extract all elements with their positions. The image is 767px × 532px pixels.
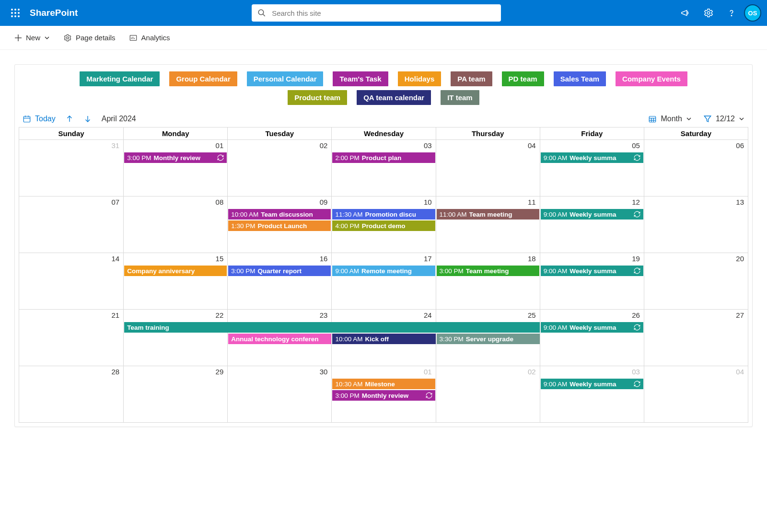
- calendar-event[interactable]: 9:00 AMWeekly summa: [541, 152, 643, 163]
- event-time: 3:00 PM: [231, 267, 255, 275]
- filter-selector[interactable]: 12/12: [703, 115, 744, 123]
- calendar-cell[interactable]: 20: [644, 253, 748, 309]
- calendar-cell[interactable]: 02: [227, 140, 331, 196]
- calendar-cell[interactable]: 29: [123, 366, 227, 422]
- calendar-cell[interactable]: 179:00 AMRemote meeting: [331, 253, 435, 309]
- calendar-cell[interactable]: 269:00 AMWeekly summa: [540, 310, 644, 366]
- search-icon: [257, 9, 266, 17]
- user-avatar[interactable]: OS: [744, 4, 761, 22]
- calendar-cell[interactable]: 07: [19, 197, 123, 253]
- calendar-chip[interactable]: Personal Calendar: [247, 71, 324, 86]
- calendar-cell[interactable]: 06: [644, 140, 748, 196]
- calendar-cell[interactable]: 039:00 AMWeekly summa: [540, 366, 644, 422]
- calendar-week: 2122232425269:00 AMWeekly summa27Team tr…: [19, 310, 748, 366]
- calendar-chip[interactable]: Team's Task: [333, 71, 388, 86]
- event-time: 11:00 AM: [440, 211, 467, 218]
- calendar-event-span[interactable]: Annual technology conferen: [228, 334, 331, 344]
- settings-icon[interactable]: [698, 2, 719, 23]
- calendar-chip[interactable]: Group Calendar: [169, 71, 237, 86]
- calendar-event-span[interactable]: Team training: [124, 322, 540, 333]
- prev-month-button[interactable]: [65, 115, 74, 123]
- calendar-cell[interactable]: 032:00 PMProduct plan: [331, 140, 435, 196]
- calendar-event[interactable]: 9:00 AMRemote meeting: [332, 266, 435, 276]
- app-launcher-icon[interactable]: [4, 9, 27, 17]
- calendar-chip[interactable]: Product team: [288, 90, 347, 105]
- calendar-chip[interactable]: Marketing Calendar: [80, 71, 160, 86]
- calendar-cell[interactable]: 14: [19, 253, 123, 309]
- calendar-chip[interactable]: Sales Team: [554, 71, 606, 86]
- help-icon[interactable]: [721, 2, 742, 23]
- date-number: 30: [320, 368, 328, 376]
- calendar-event[interactable]: 4:00 PMProduct demo: [332, 220, 435, 231]
- calendar-cell[interactable]: 013:00 PMMonthly review: [123, 140, 227, 196]
- analytics-button[interactable]: Analytics: [129, 34, 170, 42]
- new-button[interactable]: New: [14, 34, 50, 42]
- calendar-event[interactable]: 3:00 PMQuarter report: [228, 266, 331, 276]
- calendar-chip[interactable]: PD team: [502, 71, 544, 86]
- event-time: 9:00 AM: [544, 211, 568, 218]
- calendar-event[interactable]: Company anniversary: [124, 266, 227, 276]
- calendar-event-span[interactable]: 3:30 PMServer upgrade: [437, 334, 540, 344]
- calendar-event[interactable]: 10:00 AMTeam discussion: [228, 209, 331, 220]
- calendar-cell[interactable]: 28: [19, 366, 123, 422]
- svg-point-12: [731, 15, 732, 16]
- calendar-event[interactable]: 9:00 AMWeekly summa: [541, 379, 643, 389]
- calendar-event[interactable]: 10:30 AMMilestone: [332, 379, 435, 389]
- event-title: Server upgrade: [466, 335, 513, 343]
- megaphone-icon[interactable]: [675, 2, 696, 23]
- calendar-event[interactable]: 9:00 AMWeekly summa: [541, 266, 643, 276]
- calendar-chip[interactable]: PA team: [451, 71, 492, 86]
- app-name[interactable]: SharePoint: [30, 8, 78, 18]
- calendar-event[interactable]: 9:00 AMWeekly summa: [541, 322, 643, 333]
- calendar-cell[interactable]: 0910:00 AMTeam discussion1:30 PMProduct …: [227, 197, 331, 253]
- calendar-cell[interactable]: 129:00 AMWeekly summa: [540, 197, 644, 253]
- event-title: Product plan: [362, 154, 402, 162]
- calendar-cell[interactable]: 21: [19, 310, 123, 366]
- calendar-cell[interactable]: 27: [644, 310, 748, 366]
- calendar-event[interactable]: 2:00 PMProduct plan: [332, 152, 435, 163]
- calendar-event[interactable]: 11:00 AMTeam meeting: [437, 209, 539, 220]
- calendar-cell[interactable]: 183:00 PMTeam meeting: [436, 253, 540, 309]
- calendar-cell[interactable]: 02: [436, 366, 540, 422]
- calendar-cell[interactable]: 163:00 PMQuarter report: [227, 253, 331, 309]
- calendar-cell[interactable]: 22: [123, 310, 227, 366]
- event-title: Annual technology conferen: [231, 335, 318, 343]
- calendar-chip[interactable]: Holidays: [398, 71, 442, 86]
- calendar-event[interactable]: 1:30 PMProduct Launch: [228, 220, 331, 231]
- dow-label: Sunday: [19, 127, 123, 140]
- calendar-cell[interactable]: 08: [123, 197, 227, 253]
- calendar-chip[interactable]: Company Events: [616, 71, 687, 86]
- calendar-cell[interactable]: 04: [436, 140, 540, 196]
- today-button[interactable]: Today: [23, 115, 56, 123]
- calendar-cell[interactable]: 13: [644, 197, 748, 253]
- calendar-cell[interactable]: 15Company anniversary: [123, 253, 227, 309]
- calendar-event[interactable]: 11:30 AMPromotion discu: [332, 209, 435, 220]
- next-month-button[interactable]: [83, 115, 92, 123]
- event-time: 3:00 PM: [127, 154, 151, 162]
- calendar-event[interactable]: 3:00 PMTeam meeting: [437, 266, 539, 276]
- calendar-cell[interactable]: 30: [227, 366, 331, 422]
- svg-point-0: [11, 9, 13, 11]
- event-title: Weekly summa: [569, 211, 616, 218]
- calendar-event[interactable]: 9:00 AMWeekly summa: [541, 209, 643, 220]
- calendar-chip[interactable]: IT team: [441, 90, 479, 105]
- page-details-button[interactable]: Page details: [63, 34, 116, 42]
- calendar-chip[interactable]: QA team calendar: [357, 90, 431, 105]
- calendar-event-span[interactable]: 10:00 AMKick off: [332, 334, 435, 344]
- svg-point-11: [707, 12, 710, 14]
- date-number: 25: [528, 311, 536, 319]
- search-input[interactable]: [272, 9, 495, 17]
- calendar-cell[interactable]: 1011:30 AMPromotion discu4:00 PMProduct …: [331, 197, 435, 253]
- calendar-cell[interactable]: 199:00 AMWeekly summa: [540, 253, 644, 309]
- search-box[interactable]: [252, 4, 501, 22]
- calendar-cell[interactable]: 31: [19, 140, 123, 196]
- calendar-cell[interactable]: 1111:00 AMTeam meeting: [436, 197, 540, 253]
- calendar-grid: SundayMondayTuesdayWednesdayThursdayFrid…: [19, 127, 748, 423]
- calendar-event[interactable]: 3:00 PMMonthly review: [332, 390, 435, 401]
- calendar-cell[interactable]: 04: [644, 366, 748, 422]
- calendar-cell[interactable]: 0110:30 AMMilestone3:00 PMMonthly review: [331, 366, 435, 422]
- calendar-cell[interactable]: 059:00 AMWeekly summa: [540, 140, 644, 196]
- calendar-event[interactable]: 3:00 PMMonthly review: [124, 152, 227, 163]
- event-title: Monthly review: [153, 154, 200, 162]
- view-selector[interactable]: Month: [648, 115, 691, 123]
